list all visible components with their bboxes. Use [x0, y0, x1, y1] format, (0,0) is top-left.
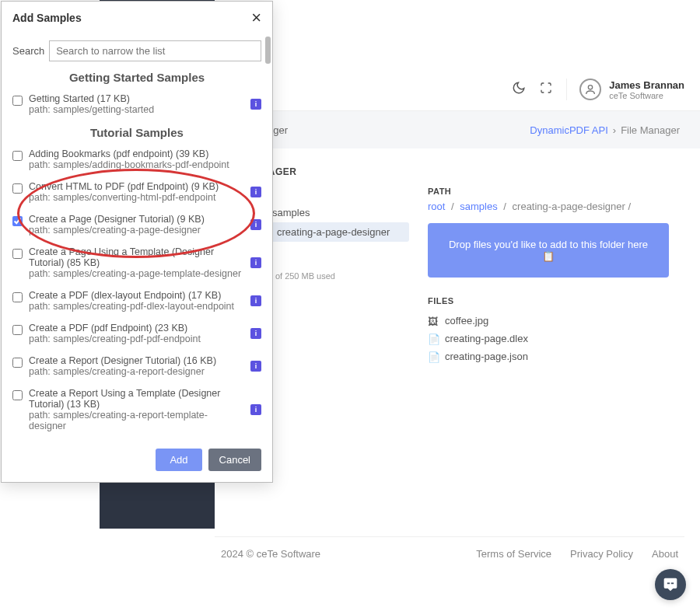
path-root-link[interactable]: root: [428, 201, 445, 212]
chat-bubble[interactable]: [655, 569, 686, 600]
sample-checkbox[interactable]: [12, 292, 23, 302]
sample-title: Create a Page Using a Template (Designer…: [29, 246, 244, 268]
file-manager-card: MANAGER oot samples creating-a-page-desi…: [230, 152, 684, 379]
file-item[interactable]: 📄 creating-page.dlex: [428, 330, 669, 347]
drop-zone[interactable]: Drop files you'd like to add to this fol…: [428, 223, 669, 278]
sample-checkbox[interactable]: [12, 358, 23, 368]
breadcrumb-current: File Manager: [621, 124, 680, 136]
sample-path: path: samples/converting-html-pdf-endpoi…: [29, 192, 244, 203]
sample-path: path: samples/creating-a-page-template-d…: [29, 268, 244, 279]
svg-point-0: [589, 86, 593, 89]
chevron-right-icon: ›: [613, 124, 616, 136]
search-label: Search: [12, 45, 44, 57]
sample-path: path: samples/creating-a-report-template…: [29, 410, 244, 431]
file-icon: 📄: [428, 333, 439, 344]
top-header: James Brannan ceTe Software: [215, 68, 700, 111]
privacy-link[interactable]: Privacy Policy: [570, 548, 633, 560]
search-input[interactable]: [49, 40, 261, 61]
sample-item: Create a PDF (dlex-layout Endpoint) (17 …: [12, 287, 261, 319]
info-icon[interactable]: i: [250, 257, 261, 268]
about-link[interactable]: About: [652, 548, 678, 560]
sample-path: path: samples/creating-a-page-designer: [29, 225, 244, 236]
sample-item: Create a PDF (pdf Endpoint) (23 KB) path…: [12, 319, 261, 352]
section-tutorial: Tutorial Samples: [12, 126, 261, 139]
file-name: coffee.jpg: [445, 315, 488, 326]
info-icon[interactable]: i: [250, 328, 261, 339]
fullscreen-icon[interactable]: [540, 82, 552, 97]
path-breadcrumb: root / samples / creating-a-page-designe…: [428, 201, 669, 212]
sample-checkbox[interactable]: [12, 249, 23, 259]
sample-path: path: samples/creating-pdf-pdf-endpoint: [29, 333, 244, 344]
modal-title: Add Samples: [12, 12, 82, 24]
folder-label: samples: [272, 207, 310, 218]
sample-checkbox[interactable]: [12, 183, 23, 194]
sample-title: Create a Page (Designer Tutorial) (9 KB): [29, 214, 244, 225]
info-icon[interactable]: i: [250, 99, 261, 110]
user-company: ceTe Software: [609, 91, 684, 100]
sample-checkbox[interactable]: [12, 390, 23, 400]
cancel-button[interactable]: Cancel: [208, 449, 261, 471]
add-button[interactable]: Add: [156, 449, 201, 471]
file-icon: 📄: [428, 351, 439, 362]
file-name: creating-page.json: [445, 351, 528, 362]
sample-item: Adding Bookmarks (pdf endpoint) (39 KB) …: [12, 145, 261, 178]
info-icon[interactable]: i: [250, 187, 261, 197]
info-icon[interactable]: i: [250, 361, 261, 372]
path-samples-link[interactable]: samples: [460, 201, 497, 212]
sample-title: Getting Started (17 KB): [29, 93, 244, 104]
sample-checkbox[interactable]: [12, 216, 23, 226]
folder-label: creating-a-page-designer: [277, 226, 390, 238]
sample-checkbox[interactable]: [12, 325, 23, 335]
section-getting-started: Getting Started Samples: [12, 71, 261, 84]
sample-path: path: samples/creating-a-report-designer: [29, 366, 244, 377]
path-label: PATH: [428, 187, 669, 196]
info-icon[interactable]: i: [250, 219, 261, 230]
copyright-text: 2024 © ceTe Software: [221, 548, 320, 560]
file-item[interactable]: 📄 creating-page.json: [428, 347, 669, 365]
add-samples-modal: Add Samples × Search Getting Started Sam…: [1, 1, 273, 483]
terms-link[interactable]: Terms of Service: [476, 548, 551, 560]
close-icon[interactable]: ×: [251, 9, 261, 26]
image-icon: 🖼: [428, 316, 439, 326]
sample-checkbox[interactable]: [12, 96, 23, 106]
breadcrumb-bar: ager DynamicPDF API › File Manager: [215, 111, 700, 148]
sample-title: Create a Report (Designer Tutorial) (16 …: [29, 355, 244, 366]
file-manager-title: MANAGER: [246, 166, 669, 177]
info-icon[interactable]: i: [250, 295, 261, 306]
sample-item: Convert HTML to PDF (pdf Endpoint) (9 KB…: [12, 178, 261, 211]
sample-checkbox[interactable]: [12, 151, 23, 161]
copy-icon: 📋: [542, 250, 555, 262]
scrollbar[interactable]: [265, 37, 271, 64]
file-item[interactable]: 🖼 coffee.jpg: [428, 312, 669, 330]
footer: 2024 © ceTe Software Terms of Service Pr…: [215, 536, 684, 571]
sample-item: Getting Started (17 KB) path: samples/ge…: [12, 90, 261, 123]
sample-title: Create a PDF (pdf Endpoint) (23 KB): [29, 323, 244, 333]
folder-samples[interactable]: samples: [257, 203, 409, 222]
sample-path: path: samples/adding-bookmarks-pdf-endpo…: [29, 159, 261, 170]
sample-path: path: samples/getting-started: [29, 104, 244, 115]
breadcrumb-api-link[interactable]: DynamicPDF API: [530, 124, 607, 136]
sample-title: Convert HTML to PDF (pdf Endpoint) (9 KB…: [29, 181, 244, 192]
file-name: creating-page.dlex: [445, 333, 528, 344]
user-avatar-icon: [579, 79, 601, 100]
sample-item: Create a Page Using a Template (Designer…: [12, 243, 261, 287]
sample-title: Adding Bookmarks (pdf endpoint) (39 KB): [29, 148, 261, 159]
folder-selected[interactable]: creating-a-page-designer: [255, 222, 409, 242]
path-current: creating-a-page-designer /: [513, 201, 631, 212]
user-menu[interactable]: James Brannan ceTe Software: [566, 79, 684, 100]
sample-title: Create a PDF (dlex-layout Endpoint) (17 …: [29, 290, 244, 301]
sample-path: path: samples/creating-pdf-dlex-layout-e…: [29, 301, 244, 312]
user-name: James Brannan: [609, 79, 684, 91]
sample-item: Create a Report (Designer Tutorial) (16 …: [12, 352, 261, 385]
files-list: 🖼 coffee.jpg 📄 creating-page.dlex 📄 crea…: [428, 312, 669, 365]
sample-title: Create a Report Using a Template (Design…: [29, 388, 244, 410]
sample-item: Create a Page (Designer Tutorial) (9 KB)…: [12, 211, 261, 243]
files-label: FILES: [428, 296, 669, 306]
theme-toggle-icon[interactable]: [512, 81, 526, 98]
drop-zone-text: Drop files you'd like to add to this fol…: [449, 239, 648, 250]
sample-item: Create a Report Using a Template (Design…: [12, 385, 261, 438]
info-icon[interactable]: i: [250, 404, 261, 415]
